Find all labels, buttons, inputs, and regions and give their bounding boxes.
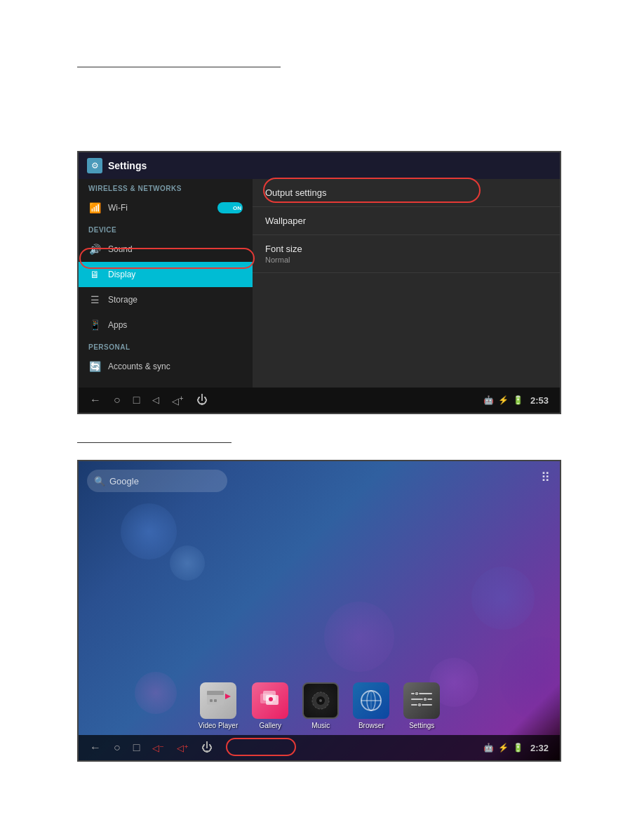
language-label: Language & input (108, 387, 174, 388)
settings-item-storage[interactable]: ☰ Storage (79, 287, 253, 312)
panel-item-output[interactable]: Output settings (253, 179, 560, 207)
app-browser[interactable]: Browser (353, 682, 389, 729)
usb-icon-2: ⚡ (498, 743, 509, 753)
section-label-personal: PERSONAL (79, 338, 253, 354)
app-settings[interactable]: Settings (403, 682, 440, 729)
vol-up-icon[interactable]: ◁+ (172, 394, 183, 406)
settings-item-sound[interactable]: 🔊 Sound (79, 237, 253, 262)
vol-down-icon[interactable]: ◁ (152, 395, 159, 405)
browser-label: Browser (358, 722, 384, 729)
gallery-label: Gallery (259, 722, 281, 729)
power-icon-2[interactable]: ⏻ (201, 741, 213, 754)
panel-item-wallpaper[interactable]: Wallpaper (253, 207, 560, 235)
svg-point-11 (319, 699, 322, 702)
back-icon[interactable]: ← (90, 394, 101, 406)
section-label-wireless: WIRELESS & NETWORKS (79, 179, 253, 195)
apps-label: Apps (108, 320, 127, 330)
settings-sidebar: WIRELESS & NETWORKS 📶 Wi-Fi ON DEVICE 🔊 … (79, 179, 253, 388)
svg-marker-2 (225, 694, 231, 699)
wallpaper-title: Wallpaper (265, 216, 547, 226)
accounts-icon: 🔄 (88, 360, 101, 373)
android-icon-2: 🤖 (483, 743, 494, 753)
svg-rect-18 (411, 699, 432, 700)
svg-point-21 (423, 697, 427, 701)
homescreen-screenshot: 🔍 Google ⠿ Video Player (77, 460, 561, 762)
time-display-1: 2:53 (530, 395, 549, 406)
status-icons-1: 🤖 ⚡ 🔋 (483, 395, 523, 405)
app-gallery[interactable]: Gallery (252, 682, 288, 729)
svg-point-22 (417, 703, 422, 707)
fontsize-subtitle: Normal (265, 256, 547, 264)
usb-icon: ⚡ (498, 395, 509, 405)
svg-rect-3 (210, 699, 213, 702)
android-icon: 🤖 (483, 395, 494, 405)
storage-label: Storage (108, 295, 137, 305)
settings-item-display[interactable]: 🖥 Display (79, 262, 253, 287)
settings-screenshot: ⚙ Settings WIRELESS & NETWORKS 📶 Wi-Fi O… (77, 151, 561, 414)
status-icons-2: 🤖 ⚡ 🔋 (483, 743, 523, 753)
recents-icon[interactable]: □ (133, 394, 140, 406)
app-music[interactable]: Music (302, 682, 339, 729)
nav-left-2: ← ○ □ ◁⁻ ◁⁺ ⏻ (90, 741, 213, 754)
settings-content: WIRELESS & NETWORKS 📶 Wi-Fi ON DEVICE 🔊 … (79, 179, 560, 388)
video-player-label: Video Player (199, 722, 239, 729)
settings-titlebar: ⚙ Settings (79, 152, 560, 179)
panel-item-fontsize[interactable]: Font size Normal (253, 235, 560, 273)
storage-icon: ☰ (88, 293, 101, 306)
settings-item-accounts[interactable]: 🔄 Accounts & sync (79, 354, 253, 379)
music-label: Music (311, 722, 330, 729)
display-icon: 🖥 (88, 268, 101, 281)
nav-right-1: 🤖 ⚡ 🔋 2:53 (483, 395, 549, 406)
bokeh-1 (121, 503, 177, 560)
nav-left-1: ← ○ □ ◁ ◁+ ⏻ (90, 394, 208, 406)
video-player-icon (200, 682, 236, 719)
accounts-label: Accounts & sync (108, 362, 170, 371)
middle-divider (77, 442, 232, 443)
display-label: Display (108, 270, 135, 279)
google-label: Google (109, 476, 139, 486)
settings-dock-icon (403, 682, 440, 719)
google-search-bar[interactable]: 🔍 Google (87, 470, 227, 492)
vol-down-icon-2[interactable]: ◁⁻ (152, 743, 164, 753)
wifi-label: Wi-Fi (108, 203, 128, 213)
power-icon[interactable]: ⏻ (196, 394, 208, 406)
language-icon: A (88, 385, 101, 388)
settings-app-icon: ⚙ (87, 158, 102, 173)
settings-item-language[interactable]: A Language & input (79, 379, 253, 388)
fontsize-title: Font size (265, 244, 547, 254)
settings-item-wifi[interactable]: 📶 Wi-Fi ON (79, 195, 253, 220)
svg-point-8 (269, 697, 273, 701)
settings-title: Settings (108, 160, 147, 171)
svg-rect-4 (214, 699, 217, 702)
search-icon: 🔍 (94, 476, 105, 486)
settings-panel: Output settings Wallpaper Font size Norm… (253, 179, 560, 388)
navbar-1: ← ○ □ ◁ ◁+ ⏻ 🤖 ⚡ 🔋 2:53 (79, 388, 560, 413)
home-icon-2[interactable]: ○ (114, 741, 121, 754)
battery-icon-2: 🔋 (513, 743, 523, 753)
apps-grid-button[interactable]: ⠿ (541, 470, 550, 485)
vol-up-icon-2[interactable]: ◁⁺ (177, 743, 189, 753)
top-divider (77, 67, 281, 67)
recents-icon-2[interactable]: □ (133, 741, 140, 754)
gallery-icon (252, 682, 288, 719)
app-video-player[interactable]: Video Player (199, 682, 239, 729)
back-icon-2[interactable]: ← (90, 741, 101, 754)
sound-icon: 🔊 (88, 243, 101, 256)
svg-point-20 (415, 691, 419, 696)
sound-label: Sound (108, 244, 133, 254)
time-display-2: 2:32 (530, 743, 549, 753)
apps-icon: 📱 (88, 319, 101, 331)
section-label-device: DEVICE (79, 220, 253, 237)
home-background: 🔍 Google ⠿ Video Player (79, 461, 560, 760)
settings-dock-label: Settings (409, 722, 434, 729)
browser-icon (353, 682, 389, 719)
wifi-toggle[interactable]: ON (217, 202, 243, 213)
bokeh-3 (324, 602, 394, 672)
music-icon (302, 682, 339, 719)
navbar-2: ← ○ □ ◁⁻ ◁⁺ ⏻ 🤖 ⚡ 🔋 2:32 (79, 735, 560, 760)
bokeh-2 (170, 545, 205, 581)
wifi-icon: 📶 (88, 201, 101, 214)
settings-item-apps[interactable]: 📱 Apps (79, 312, 253, 338)
battery-icon: 🔋 (513, 395, 523, 405)
home-icon[interactable]: ○ (114, 394, 121, 406)
